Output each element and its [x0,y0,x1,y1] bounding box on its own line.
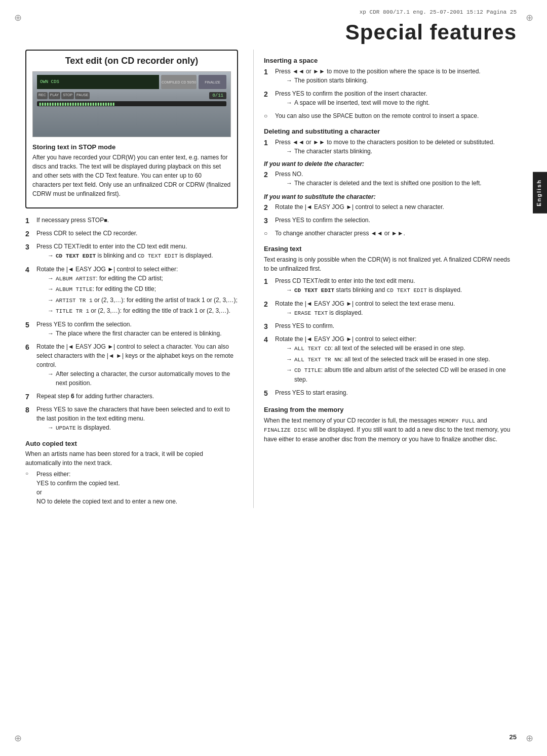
erasing-text-title: Erasing text [264,245,512,253]
erasing-memory-title: Erasing from the memory [264,406,512,413]
inserting-space-title: Inserting a space [264,57,512,64]
ins-step-1: 1 Press ◄◄ or ►► to move to the position… [264,67,512,87]
section-box-title: Text edit (on CD recorder only) [32,56,231,66]
device-top-row: OWN CDS COMPILED CD 50/50 FINALIZE [37,75,226,89]
right-column: Inserting a space 1 Press ◄◄ or ►► to mo… [253,50,547,508]
device-display: OWN CDS [37,75,159,89]
er-step-4-arrow-2: → ALL TEXT TR NN: all text of the select… [286,355,512,364]
ins-step-2-arrow: → A space will be inserted, text will mo… [286,98,429,107]
step-3: 3 Press CD TEXT/edit to enter into the C… [25,242,238,262]
step-1: 1 If necessary press STOP■. [25,216,238,226]
step-6-arrow: → After selecting a character, the curso… [48,369,238,388]
del-step-1-arrow: → The character starts blinking. [286,147,495,156]
substitute-char-label: If you want to substitute the character: [264,193,512,200]
progress-dots: ▮▮▮▮▮▮▮▮▮▮▮▮▮▮▮▮▮▮▮▮▮▮▮▮▮▮▮▮▮▮ [39,102,115,106]
crosshair-bottom-right: ⊕ [524,733,534,743]
er-step-5: 5 Press YES to start erasing. [264,388,512,399]
device-btn-rec: REC [37,92,48,99]
auto-copied-title: Auto copied text [25,440,238,447]
step-4-arrow-1: → ALBUM ARTIST: for editing the CD artis… [48,274,238,283]
sub-step-3: 3 Press YES to confirm the selection. [264,216,512,226]
device-btn-pause: PAUSE [75,92,90,99]
header-meta: xp CDR 800/17.1 eng. 25-07-2001 15:12 Pa… [360,9,517,15]
device-buttons-row: REC PLAY STOP PAUSE 0/11 [37,92,226,99]
er-step-2-arrow: → ERASE TEXT is displayed. [286,308,455,318]
er-step-3: 3 Press YES to confirm. [264,321,512,332]
inserting-space-list: 1 Press ◄◄ or ►► to move to the position… [264,67,512,109]
del-char-step-2-arrow: → The character is deleted and the text … [286,179,482,188]
main-layout: Text edit (on CD recorder only) OWN CDS … [0,50,547,508]
er-step-4-arrow-3: → CD TITLE: album title and album artist… [286,365,512,384]
crosshair-top-right: ⊕ [524,13,534,23]
er-step-4-arrow-1: → ALL TEXT CD: all text of the selected … [286,344,512,353]
erasing-text-body: Text erasing is only possible when the C… [264,255,512,273]
device-btn-stop: STOP [61,92,74,99]
deleting-list: 1 Press ◄◄ or ►► to move to the characte… [264,138,512,157]
er-step-1: 1 Press CD TEXT/edit to enter into the t… [264,276,512,297]
step-8: 8 Press YES to save the characters that … [25,405,238,434]
del-char-step-2: 2 Press NO. → The character is deleted a… [264,170,512,189]
delete-char-label: If you want to delete the character: [264,160,512,167]
device-btn-play: PLAY [49,92,60,99]
auto-copied-bullet: ○ Press either: YES to confirm the copie… [25,470,238,506]
er-step-4: 4 Rotate the |◄ EASY JOG ►| control to s… [264,334,512,386]
step-3-arrow: → CD TEXT EDIT is blinking and CD TEXT E… [48,251,213,261]
device-counter: 0/11 [209,92,226,99]
device-panel: OWN CDS COMPILED CD 50/50 FINALIZE [33,72,230,137]
ins-step-1-arrow: → The position starts blinking. [286,76,481,85]
step-4: 4 Rotate the |◄ EASY JOG ►| control to s… [25,265,238,317]
auto-copied-section: Auto copied text When an artists name ha… [25,440,238,506]
step-6: 6 Rotate the |◄ EASY JOG ►| control to s… [25,342,238,389]
step-7: 7 Repeat step 6 for adding further chara… [25,392,238,402]
step-4-arrow-4: → TITLE TR 1 or (2, 3,…): for editing th… [48,306,238,316]
crosshair-bottom-left: ⊕ [13,733,23,743]
left-column: Text edit (on CD recorder only) OWN CDS … [25,50,253,508]
deleting-title: Deleting and substituting a character [264,128,512,135]
inserting-space-bullet-list: ○ You can also use the SPACE button on t… [264,111,512,120]
step-5-arrow: → The place where the first character ca… [48,329,222,338]
page-title: Special features [345,20,517,44]
step-2: 2 Press CDR to select the CD recorder. [25,229,238,239]
substitute-bullet-list: ○ To change another character press ◄◄ o… [264,229,512,238]
auto-copied-bullet-list: ○ Press either: YES to confirm the copie… [25,470,238,506]
sub-bullet: ○ To change another character press ◄◄ o… [264,229,512,238]
page-number: 25 [510,733,517,741]
step-8-arrow: → UPDATE is displayed. [48,423,238,433]
step-4-arrow-2: → ALBUM TITLE: for editing the CD title; [48,284,238,294]
ins-step-2: 2 Press YES to confirm the position of t… [264,89,512,109]
auto-copied-body: When an artists name has been stored for… [25,449,238,468]
ins-bullet: ○ You can also use the SPACE button on t… [264,111,512,120]
step-4-arrow-3: → ARTIST TR 1 or (2, 3,…): for editing t… [48,296,238,305]
step-5: 5 Press YES to confirm the selection. → … [25,320,238,340]
storing-body: After you have recorded your CDR(W) you … [32,153,231,198]
storing-title: Storing text in STOP mode [32,143,231,151]
del-step-1: 1 Press ◄◄ or ►► to move to the characte… [264,138,512,157]
device-progress: ▮▮▮▮▮▮▮▮▮▮▮▮▮▮▮▮▮▮▮▮▮▮▮▮▮▮▮▮▮▮ [37,101,226,106]
er-step-2: 2 Rotate the |◄ EASY JOG ►| control to s… [264,299,512,319]
page-header: xp CDR 800/17.1 eng. 25-07-2001 15:12 Pa… [0,0,547,15]
section-box: Text edit (on CD recorder only) OWN CDS … [25,50,238,208]
erasing-memory-body: When the text memory of your CD recorder… [264,416,512,444]
erasing-text-list: 1 Press CD TEXT/edit to enter into the t… [264,276,512,399]
substitute-char-list: 2 Rotate the |◄ EASY JOG ►| control to s… [264,202,512,226]
device-image: OWN CDS COMPILED CD 50/50 FINALIZE [32,71,231,137]
delete-char-list: 2 Press NO. → The character is deleted a… [264,170,512,189]
page-title-section: Special features [0,15,547,45]
sub-step-2: 2 Rotate the |◄ EASY JOG ►| control to s… [264,202,512,213]
english-tab: English [533,172,547,214]
er-step-1-arrow: → CD TEXT EDIT starts blinking and CD TE… [286,285,462,295]
crosshair-top-left: ⊕ [13,13,23,23]
steps-list: 1 If necessary press STOP■. 2 Press CDR … [25,216,238,434]
